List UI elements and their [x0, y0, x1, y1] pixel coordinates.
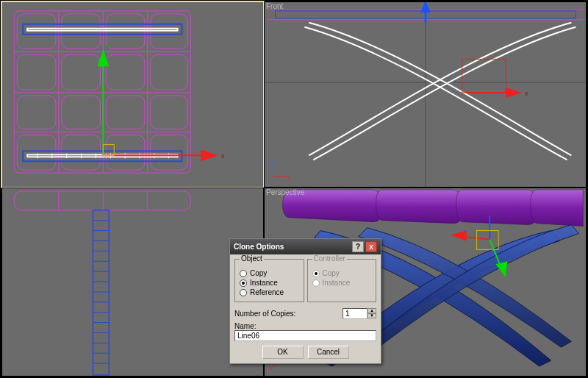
dialog-title: Clone Options — [234, 243, 352, 251]
close-icon[interactable]: X — [365, 241, 377, 252]
group-label: Controller — [312, 254, 347, 263]
clone-options-dialog: Clone Options ? X Object Copy Instance R… — [229, 238, 381, 364]
name-label: Name: — [234, 322, 376, 330]
copies-label: Number of Copies: — [234, 310, 340, 318]
svg-rect-13 — [106, 54, 145, 90]
svg-marker-80 — [451, 231, 467, 241]
controller-group: Controller Copy Instance — [307, 259, 377, 302]
radio-instance[interactable]: Instance — [240, 278, 299, 288]
copies-spinner[interactable]: ▲▼ — [343, 308, 376, 319]
svg-rect-23 — [23, 24, 182, 35]
svg-text:x: x — [269, 365, 272, 370]
group-label: Object — [240, 254, 264, 263]
radio-ctrl-copy: Copy — [312, 268, 372, 278]
viewport-front[interactable]: Front — [264, 1, 587, 188]
svg-rect-16 — [62, 96, 101, 129]
radio-copy[interactable]: Copy — [240, 268, 299, 278]
svg-rect-59 — [14, 191, 190, 210]
svg-rect-14 — [151, 54, 188, 90]
radio-ctrl-instance: Instance — [312, 278, 372, 288]
svg-rect-21 — [106, 135, 145, 171]
name-field: Name: — [234, 322, 376, 341]
svg-text:z: z — [270, 159, 273, 165]
help-button[interactable]: ? — [352, 241, 364, 252]
copies-field: Number of Copies: ▲▼ — [234, 308, 376, 319]
svg-rect-18 — [151, 96, 188, 129]
copies-input[interactable] — [343, 308, 368, 319]
viewport-left[interactable] — [1, 188, 264, 377]
dialog-titlebar[interactable]: Clone Options ? X — [230, 239, 381, 254]
svg-text:x: x — [221, 152, 225, 160]
svg-rect-15 — [17, 96, 56, 129]
app-root: x y Front — [0, 0, 588, 378]
viewport-label: Perspective — [266, 188, 304, 196]
spinner-up-icon[interactable]: ▲ — [368, 308, 376, 313]
svg-text:y: y — [106, 43, 110, 50]
viewport-label: Front — [266, 2, 283, 10]
svg-rect-84 — [476, 231, 498, 250]
name-input[interactable] — [234, 330, 376, 341]
svg-rect-20 — [62, 135, 101, 171]
svg-marker-40 — [201, 149, 218, 161]
svg-rect-25 — [27, 29, 177, 31]
svg-rect-12 — [62, 54, 101, 90]
spinner-down-icon[interactable]: ▼ — [368, 313, 376, 318]
object-group: Object Copy Instance Reference — [234, 259, 304, 302]
cancel-button[interactable]: Cancel — [308, 346, 349, 359]
svg-rect-43 — [103, 144, 114, 155]
svg-text:x: x — [525, 90, 528, 97]
svg-text:x: x — [287, 174, 290, 181]
svg-marker-50 — [420, 2, 431, 13]
axis-tripod: z x — [269, 159, 291, 182]
svg-rect-17 — [106, 96, 145, 129]
ok-button[interactable]: OK — [262, 346, 304, 359]
svg-marker-53 — [506, 88, 522, 98]
svg-rect-63 — [93, 210, 109, 375]
viewport-top[interactable]: x y — [1, 1, 264, 188]
radio-reference[interactable]: Reference — [240, 288, 299, 297]
svg-rect-11 — [17, 54, 56, 90]
